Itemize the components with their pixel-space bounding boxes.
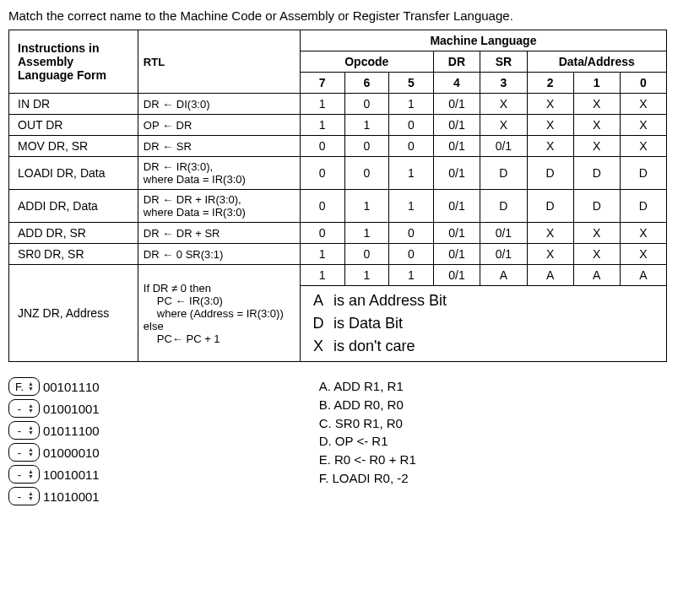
cell-bit: 0/1: [433, 136, 480, 157]
match-select[interactable]: -▲▼: [8, 465, 40, 484]
rtl-line: DR ← SR: [144, 140, 192, 153]
cell-bit: X: [527, 94, 573, 115]
cell-rtl: DR ← DI(3:0): [138, 94, 300, 115]
cell-bit: X: [573, 94, 620, 115]
table-row: SR0 DR, SRDR ← 0 SR(3:1)1000/10/1XXX: [9, 244, 667, 265]
cell-bit: D: [527, 190, 573, 223]
cell-bit: 1: [389, 190, 434, 223]
cell-bit: 0: [300, 223, 344, 244]
match-row: -▲▼01000010: [8, 443, 100, 462]
cell-bit: 0/1: [433, 115, 480, 136]
cell-asm: MOV DR, SR: [9, 136, 138, 157]
cell-bit: 1: [389, 265, 434, 286]
cell-bit: A: [527, 265, 573, 286]
table-row: IN DRDR ← DI(3:0)1010/1XXXX: [9, 94, 667, 115]
stepper-icon[interactable]: ▲▼: [28, 447, 34, 457]
cell-bit: X: [573, 136, 620, 157]
choice-item: F. LOADI R0, -2: [319, 469, 416, 488]
header-bit-4: 4: [433, 73, 480, 94]
cell-bit: 0/1: [433, 157, 480, 190]
cell-bit: X: [527, 244, 573, 265]
cell-rtl: OP ← DR: [138, 115, 300, 136]
cell-bit: 1: [344, 190, 389, 223]
cell-bit: A: [573, 265, 620, 286]
match-select-value: -: [14, 403, 28, 415]
stepper-icon[interactable]: ▲▼: [28, 491, 34, 501]
cell-bit: D: [527, 157, 573, 190]
match-code: 01000010: [43, 446, 100, 460]
cell-bit: 0/1: [480, 136, 527, 157]
choices-list: A. ADD R1, R1B. ADD R0, R0C. SR0 R1, R0D…: [319, 377, 416, 505]
rtl-line: where Data = IR(3:0): [144, 206, 246, 219]
header-bit-3: 3: [480, 73, 527, 94]
instruction-table: Instructions in Assembly Language Form R…: [8, 30, 667, 362]
match-select[interactable]: F.▲▼: [8, 377, 40, 396]
legend-sym-d: D: [307, 312, 329, 335]
cell-bit: D: [573, 157, 620, 190]
legend-text-a: is an Address Bit: [333, 289, 447, 312]
match-select[interactable]: -▲▼: [8, 421, 40, 440]
rtl-line: OP ← DR: [144, 119, 192, 132]
cell-bit: 0: [300, 136, 344, 157]
match-select-value: -: [14, 490, 28, 503]
match-row: -▲▼10010011: [8, 465, 100, 484]
stepper-icon[interactable]: ▲▼: [28, 403, 34, 413]
rtl-line: DR ← DR + IR(3:0),: [144, 193, 241, 206]
cell-bit: 1: [389, 157, 434, 190]
match-select-value: -: [14, 424, 28, 437]
rtl-line: DR ← DI(3:0): [144, 98, 210, 111]
stepper-icon[interactable]: ▲▼: [28, 469, 34, 479]
match-select[interactable]: -▲▼: [8, 443, 40, 462]
cell-bit: 1: [344, 223, 389, 244]
cell-bit: X: [527, 136, 573, 157]
match-row: -▲▼01001001: [8, 399, 100, 418]
stepper-icon[interactable]: ▲▼: [28, 381, 34, 392]
match-select[interactable]: -▲▼: [8, 487, 40, 505]
stepper-icon[interactable]: ▲▼: [28, 425, 34, 435]
header-machine-language: Machine Language: [300, 30, 666, 51]
cell-bit: 0: [344, 94, 389, 115]
header-opcode: Opcode: [300, 51, 433, 73]
header-assembly: Instructions in Assembly Language Form: [9, 30, 138, 94]
cell-bit: 0: [389, 244, 434, 265]
header-bit-0: 0: [620, 73, 666, 94]
match-select-value: -: [14, 446, 28, 459]
cell-bit: X: [527, 115, 573, 136]
cell-bit: X: [480, 94, 527, 115]
cell-bit: X: [620, 223, 666, 244]
cell-bit: X: [480, 115, 527, 136]
cell-asm: SR0 DR, SR: [9, 244, 138, 265]
rtl-line: PC ← IR(3:0): [144, 294, 223, 307]
cell-bit: 0: [344, 136, 389, 157]
header-bit-5: 5: [389, 73, 434, 94]
cell-bit: 0: [344, 157, 389, 190]
header-sr: SR: [480, 51, 527, 73]
cell-asm: LOADI DR, Data: [9, 157, 138, 190]
header-bit-1: 1: [573, 73, 620, 94]
cell-rtl: If DR ≠ 0 then PC ← IR(3:0) where (Addre…: [138, 265, 300, 362]
header-bit-7: 7: [300, 73, 344, 94]
cell-asm: JNZ DR, Address: [9, 265, 138, 362]
cell-asm: IN DR: [9, 94, 138, 115]
rtl-line: where (Address = IR(3:0)): [144, 307, 284, 320]
choice-item: C. SR0 R1, R0: [319, 414, 416, 433]
choice-item: B. ADD R0, R0: [319, 396, 416, 414]
match-code: 01011100: [43, 424, 100, 438]
match-select[interactable]: -▲▼: [8, 399, 40, 418]
rtl-line: else: [144, 320, 164, 332]
legend-cell: A is an Address Bit D is Data Bit X is d…: [300, 286, 666, 362]
cell-bit: 0: [300, 190, 344, 223]
rtl-line: DR ← IR(3:0),: [144, 160, 213, 173]
cell-bit: D: [480, 157, 527, 190]
cell-bit: 0: [389, 223, 434, 244]
cell-bit: D: [573, 190, 620, 223]
rtl-line: If DR ≠ 0 then: [144, 282, 211, 294]
cell-bit: 0/1: [433, 244, 480, 265]
instruction-text: Match the correct name to the Machine Co…: [8, 8, 686, 23]
cell-bit: 0/1: [433, 94, 480, 115]
cell-bit: 1: [344, 115, 389, 136]
rtl-line: PC← PC + 1: [144, 332, 220, 345]
cell-bit: 0/1: [433, 190, 480, 223]
cell-rtl: DR ← IR(3:0),where Data = IR(3:0): [138, 157, 300, 190]
cell-bit: 0/1: [480, 223, 527, 244]
